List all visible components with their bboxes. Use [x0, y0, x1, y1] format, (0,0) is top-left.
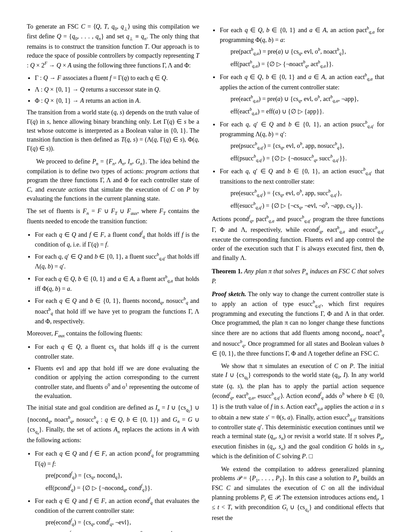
- phi-def: Φ : Q × {0, 1} → A returns an action in …: [35, 96, 199, 105]
- faux-list: For each q ∈ Q, a fluent csq that holds …: [35, 343, 199, 401]
- econd-eff: eff(econdfq) = {∅ ▷ {evl}, {¬f} ▷ {o0}, …: [46, 530, 199, 532]
- theorem-statement: Theorem 1. Any plan π that solves Pn ind…: [212, 267, 384, 286]
- para-generalized: We extend the compilation to address gen…: [212, 465, 384, 523]
- pact-pre: pre(pactbq,a) = pre(a) ∪ {csq, evl, ob, …: [231, 46, 384, 57]
- right-actions-list: For each q ∈ Q, b ∈ {0, 1} and a ∈ A, an…: [220, 25, 384, 211]
- theorem-1: Theorem 1. Any plan π that solves Pn ind…: [212, 267, 384, 286]
- fluent-act: For each q ∈ Q, b ∈ {0, 1} and a ∈ A, a …: [35, 274, 199, 293]
- para-transition: The transition from a world state (q, s)…: [27, 108, 199, 153]
- fluent-nocond: For each q ∈ Q and b ∈ {0, 1}, fluents n…: [35, 296, 199, 326]
- lambda-def: Λ : Q × {0, 1} → Q returns a successor s…: [35, 85, 199, 94]
- esucc-eff: eff(esuccbq,q′) = {∅ ▷ {¬csq, ¬evl, ¬ob,…: [231, 201, 384, 211]
- right-column: For each q ∈ Q, b ∈ {0, 1} and a ∈ A, an…: [212, 22, 384, 532]
- para-intro: To generate an FSC C = ⟨Q, T, q0, q⊥⟩ us…: [27, 22, 199, 70]
- left-column: To generate an FSC C = ⟨Q, T, q0, q⊥⟩ us…: [27, 22, 199, 532]
- fluent-cond: For each q ∈ Q and f ∈ F, a fluent condf…: [35, 230, 199, 249]
- gamma-def: Γ : Q → F associates a fluent f = Γ(q) t…: [35, 74, 199, 83]
- fluent-cs: For each q ∈ Q, a fluent csq that holds …: [35, 343, 199, 362]
- proof-label: Proof sketch.: [212, 291, 246, 297]
- para-initial: The initial state and goal condition are…: [27, 403, 199, 445]
- fluent-succ: For each q, q′ ∈ Q and b ∈ {0, 1}, a flu…: [35, 251, 199, 271]
- pcond-eff: eff(pcondfq) = {∅ ▷ {¬nocondq, condfq}}.: [46, 483, 199, 494]
- proof-sketch: Proof sketch. The only way to change the…: [212, 290, 384, 358]
- action-esucc: For each q, q′ ∈ Q and b ∈ {0, 1}, an ac…: [220, 166, 384, 211]
- fluent-evl-app: Fluents evl and app that hold iff we are…: [35, 364, 199, 401]
- theorem-label: Theorem 1.: [212, 268, 243, 275]
- psucc-pre: pre(psuccbq,q′) = {csq, evl, ob, app, no…: [231, 141, 384, 151]
- eact-eff: eff(eactbq,a) = eff(a) ∪ {∅ ▷ {app}}.: [231, 106, 384, 117]
- two-column-layout: To generate an FSC C = ⟨Q, T, q0, q⊥⟩ us…: [27, 22, 384, 532]
- eact-pre: pre(eactbq,a) = pre(a) ∪ {csq, evl, ob, …: [231, 94, 384, 105]
- para-pn: We proceed to define Pn = {Fn, An, In, G…: [27, 157, 199, 204]
- para-fluents: The set of fluents is Fn = F ∪ FT ∪ Faux…: [27, 207, 199, 226]
- page: To generate an FSC C = ⟨Q, T, q0, q⊥⟩ us…: [0, 0, 411, 532]
- psucc-eff: eff(psuccbq,q′) = {∅ ▷ {¬nosuccbq, succb…: [231, 153, 384, 164]
- proof-simulation: We show that π simulates an execution of…: [212, 362, 384, 461]
- econd-pre: pre(econdfq) = {csq, condfq, ¬evl},: [46, 517, 199, 528]
- action-pcond: For each q ∈ Q and f ∈ F, an action pcon…: [35, 448, 199, 493]
- para-actions-summary: Actions pcondfq, pactbq,a and psuccbq,q′…: [212, 214, 384, 263]
- para-faux: Moreover, Faux contains the following fl…: [27, 329, 199, 339]
- action-pact: For each q ∈ Q, b ∈ {0, 1} and a ∈ A, an…: [220, 25, 384, 70]
- action-psucc: For each q, q′ ∈ Q and b ∈ {0, 1}, an ac…: [220, 119, 384, 164]
- functions-list: Γ : Q → F associates a fluent f = Γ(q) t…: [35, 74, 199, 105]
- fluents-list: For each q ∈ Q and f ∈ F, a fluent condf…: [35, 230, 199, 327]
- pact-eff: eff(pactbq,a) = {∅ ▷ {¬noactbq, actbq,a}…: [231, 59, 384, 70]
- pcond-pre: pre(pcondfq) = {csq, nocondq},: [46, 470, 199, 481]
- action-eact: For each q ∈ Q, b ∈ {0, 1} and a ∈ A, an…: [220, 72, 384, 117]
- esucc-pre: pre(esuccbq,q′) = {csq, evl, ob, app, su…: [231, 188, 384, 199]
- actions-list: For each q ∈ Q and f ∈ F, an action pcon…: [35, 448, 199, 532]
- action-econd: For each q ∈ Q and f ∈ F, an action econ…: [35, 496, 199, 532]
